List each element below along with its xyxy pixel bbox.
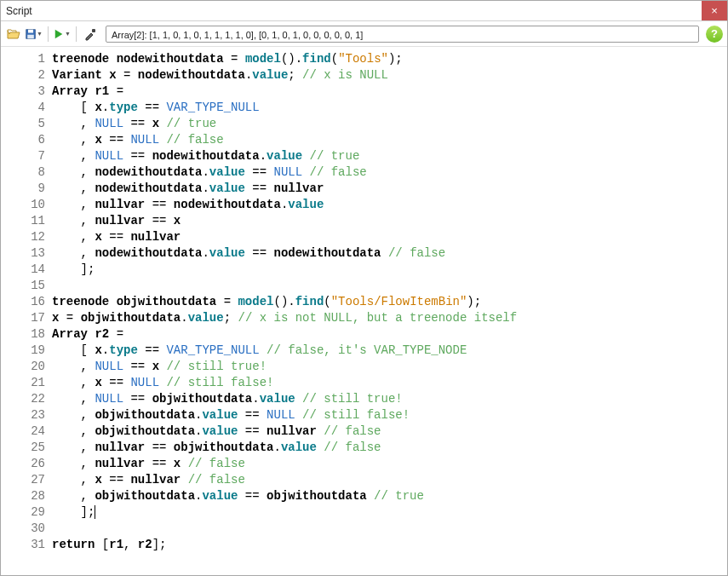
- code-line[interactable]: [52, 521, 727, 537]
- folder-open-icon: [7, 27, 20, 41]
- line-number: 16: [1, 294, 45, 310]
- code-line[interactable]: , nodewithoutdata.value == NULL // false: [52, 164, 727, 181]
- svg-rect-2: [27, 34, 34, 38]
- sampler-button[interactable]: [82, 26, 99, 43]
- code-line[interactable]: ];: [52, 262, 727, 278]
- window-title: Script: [6, 5, 32, 17]
- chevron-down-icon: ▼: [65, 31, 71, 37]
- code-line[interactable]: Variant x = nodewithoutdata.value; // x …: [52, 67, 727, 84]
- help-icon: ?: [711, 27, 718, 40]
- code-line[interactable]: , nullvar == x // false: [52, 456, 727, 472]
- code-line[interactable]: return [r1, r2];: [52, 537, 727, 553]
- code-line[interactable]: , x == nullvar // false: [52, 472, 727, 488]
- line-number: 6: [1, 132, 45, 148]
- code-line[interactable]: , objwithoutdata.value == nullvar // fal…: [52, 423, 727, 440]
- code-editor[interactable]: 1234567891011121314151617181920212223242…: [1, 47, 727, 575]
- close-button[interactable]: ×: [702, 1, 727, 20]
- code-content[interactable]: treenode nodewithoutdata = model().find(…: [52, 51, 727, 575]
- line-number: 12: [1, 229, 45, 245]
- line-number: 21: [1, 375, 45, 391]
- line-number: 25: [1, 440, 45, 456]
- run-button[interactable]: ▼: [54, 26, 71, 43]
- line-number: 29: [1, 504, 45, 521]
- eyedropper-icon: [83, 27, 97, 41]
- line-number: 24: [1, 423, 45, 440]
- line-number: 13: [1, 245, 45, 262]
- line-number: 30: [1, 521, 45, 537]
- code-line[interactable]: , objwithoutdata.value == objwithoutdata…: [52, 488, 727, 504]
- code-line[interactable]: , NULL == objwithoutdata.value // still …: [52, 391, 727, 407]
- result-output[interactable]: Array[2]: [1, 1, 0, 1, 0, 1, 1, 1, 1, 0]…: [106, 26, 699, 43]
- line-number: 28: [1, 488, 45, 504]
- code-line[interactable]: , nullvar == objwithoutdata.value // fal…: [52, 440, 727, 456]
- line-number: 2: [1, 67, 45, 84]
- line-number: 17: [1, 310, 45, 326]
- code-line[interactable]: , nullvar == x: [52, 213, 727, 229]
- line-number: 5: [1, 116, 45, 132]
- line-number: 11: [1, 213, 45, 229]
- titlebar-buttons: ×: [702, 1, 727, 20]
- line-number: 18: [1, 326, 45, 343]
- code-line[interactable]: Array r2 =: [52, 326, 727, 343]
- line-number: 31: [1, 537, 45, 553]
- code-line[interactable]: , x == NULL // false: [52, 132, 727, 148]
- code-line[interactable]: , x == nullvar: [52, 229, 727, 245]
- line-number: 9: [1, 181, 45, 197]
- code-line[interactable]: , NULL == x // still true!: [52, 359, 727, 375]
- code-line[interactable]: [52, 278, 727, 294]
- line-number: 26: [1, 456, 45, 472]
- line-number: 20: [1, 359, 45, 375]
- code-line[interactable]: , x == NULL // still false!: [52, 375, 727, 391]
- chevron-down-icon: ▼: [37, 31, 43, 37]
- code-line[interactable]: treenode objwithoutdata = model().find("…: [52, 294, 727, 310]
- code-line[interactable]: treenode nodewithoutdata = model().find(…: [52, 51, 727, 67]
- code-line[interactable]: x = objwithoutdata.value; // x is not NU…: [52, 310, 727, 326]
- code-line[interactable]: , nullvar == nodewithoutdata.value: [52, 197, 727, 213]
- line-number: 3: [1, 84, 45, 100]
- toolbar: ▼ ▼ Array[2]: [1, 1, 0, 1, 0, 1, 1, 1, 1…: [1, 21, 727, 47]
- open-file-button[interactable]: [5, 26, 22, 43]
- line-number: 23: [1, 407, 45, 423]
- code-line[interactable]: , objwithoutdata.value == NULL // still …: [52, 407, 727, 423]
- code-line[interactable]: , nodewithoutdata.value == nodewithoutda…: [52, 245, 727, 262]
- code-line[interactable]: [ x.type == VAR_TYPE_NULL // false, it's…: [52, 343, 727, 359]
- code-line[interactable]: ];: [52, 504, 727, 521]
- code-line[interactable]: Array r1 =: [52, 84, 727, 100]
- floppy-disk-icon: [26, 27, 36, 41]
- play-icon: [54, 28, 64, 40]
- line-number: 7: [1, 148, 45, 164]
- help-button[interactable]: ?: [706, 26, 723, 43]
- line-number: 27: [1, 472, 45, 488]
- line-number: 14: [1, 262, 45, 278]
- line-number: 22: [1, 391, 45, 407]
- titlebar: Script ×: [1, 1, 727, 21]
- line-number: 15: [1, 278, 45, 294]
- svg-rect-3: [92, 29, 95, 32]
- svg-rect-1: [28, 29, 33, 32]
- code-line[interactable]: [ x.type == VAR_TYPE_NULL: [52, 100, 727, 116]
- close-icon: ×: [711, 4, 718, 17]
- separator: [76, 26, 77, 42]
- code-line[interactable]: , NULL == nodewithoutdata.value // true: [52, 148, 727, 164]
- line-number-gutter: 1234567891011121314151617181920212223242…: [1, 51, 52, 575]
- line-number: 10: [1, 197, 45, 213]
- line-number: 1: [1, 51, 45, 67]
- line-number: 4: [1, 100, 45, 116]
- code-line[interactable]: , nodewithoutdata.value == nullvar: [52, 181, 727, 197]
- save-button[interactable]: ▼: [26, 26, 43, 43]
- line-number: 8: [1, 164, 45, 181]
- code-line[interactable]: , NULL == x // true: [52, 116, 727, 132]
- separator: [48, 26, 49, 42]
- line-number: 19: [1, 343, 45, 359]
